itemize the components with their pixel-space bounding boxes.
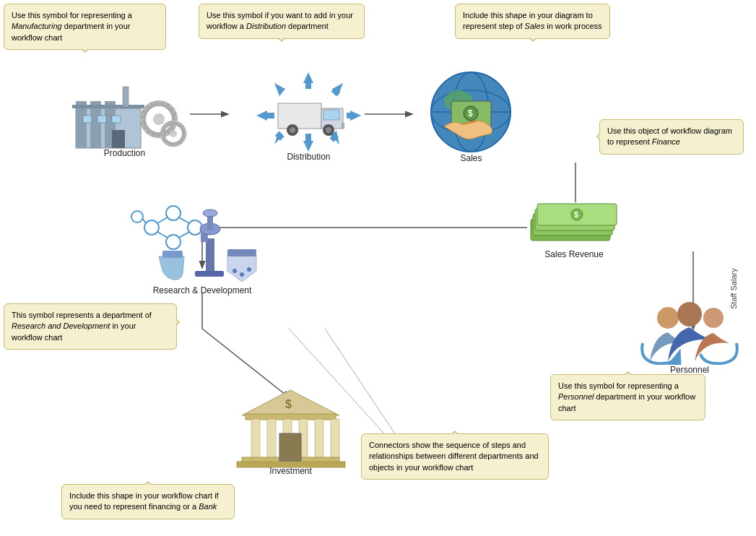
svg-rect-31	[347, 113, 355, 118]
svg-rect-19	[123, 87, 129, 107]
svg-rect-41	[278, 103, 321, 129]
sales-label: Sales	[408, 153, 534, 163]
tooltip-investment-text: Include this shape in your workflow char…	[69, 491, 219, 511]
svg-rect-91	[267, 419, 276, 459]
sales-revenue-label: Sales Revenue	[523, 249, 625, 259]
svg-point-87	[703, 308, 724, 328]
sales-icon: $ Sales	[408, 65, 534, 163]
svg-point-65	[166, 206, 181, 220]
investment-icon: $ Investment	[224, 383, 357, 476]
tooltip-research-text: This symbol represents a department of R…	[12, 311, 152, 342]
personnel-icon: Personnel	[635, 300, 744, 375]
svg-text:$: $	[285, 398, 292, 410]
svg-point-66	[166, 235, 181, 249]
svg-rect-18	[112, 130, 125, 148]
svg-rect-15	[83, 116, 92, 123]
svg-marker-34	[303, 141, 313, 152]
svg-marker-26	[303, 72, 313, 83]
tooltip-manufacturing: Use this symbol for representing a Manuf…	[4, 4, 166, 50]
svg-marker-38	[256, 111, 267, 121]
svg-rect-27	[305, 82, 311, 89]
svg-rect-16	[97, 116, 106, 123]
svg-rect-94	[315, 419, 323, 459]
svg-point-64	[144, 220, 159, 235]
research-icon: Research & Development	[116, 199, 289, 295]
svg-point-82	[233, 269, 237, 273]
svg-line-68	[157, 217, 168, 223]
production-label: Production	[61, 148, 188, 158]
research-label: Research & Development	[116, 285, 289, 295]
svg-point-45	[290, 127, 295, 133]
svg-rect-95	[331, 419, 339, 459]
investment-label: Investment	[224, 466, 357, 476]
svg-text:$: $	[574, 210, 578, 219]
distribution-icon: Distribution	[246, 69, 372, 162]
tooltip-connectors-text: Connectors show the sequence of steps an…	[369, 441, 539, 472]
svg-rect-90	[251, 419, 260, 459]
svg-line-73	[143, 219, 146, 223]
svg-line-71	[179, 232, 189, 238]
svg-line-69	[157, 232, 168, 238]
svg-point-21	[153, 113, 165, 125]
tooltip-sales: Include this shape in your diagram to re…	[455, 4, 610, 39]
tooltip-finance: Use this object of workflow diagram to r…	[599, 119, 744, 155]
svg-text:$: $	[468, 108, 473, 118]
svg-rect-39	[266, 113, 274, 118]
tooltip-manufacturing-text: Use this symbol for representing a Manuf…	[12, 11, 132, 42]
svg-point-72	[131, 211, 143, 222]
svg-rect-74	[206, 238, 214, 275]
distribution-label: Distribution	[246, 152, 372, 162]
svg-point-47	[326, 127, 331, 133]
svg-rect-43	[323, 110, 339, 120]
svg-line-70	[179, 217, 189, 223]
svg-rect-17	[112, 116, 121, 123]
svg-point-79	[203, 209, 217, 217]
tooltip-sales-text: Include this shape in your diagram to re…	[463, 11, 602, 30]
tooltip-connectors: Connectors show the sequence of steps an…	[361, 433, 549, 480]
tooltip-distribution: Use this symbol if you want to add in yo…	[199, 4, 365, 39]
svg-rect-75	[195, 271, 224, 277]
tooltip-investment: Include this shape in your workflow char…	[61, 484, 235, 519]
svg-marker-40	[274, 83, 285, 96]
svg-rect-80	[162, 251, 183, 258]
svg-rect-35	[305, 134, 311, 142]
tooltip-personnel-text: Use this symbol for representing a Perso…	[558, 381, 695, 412]
svg-point-85	[657, 307, 679, 329]
tooltip-finance-text: Use this object of workflow diagram to r…	[607, 126, 732, 146]
production-icon: Production	[61, 65, 188, 158]
tooltip-personnel: Use this symbol for representing a Perso…	[550, 374, 705, 420]
staff-salary-label: Staff Salary	[729, 260, 738, 318]
personnel-label: Personnel	[635, 365, 744, 375]
svg-rect-48	[342, 123, 344, 129]
svg-marker-14	[72, 105, 144, 108]
tooltip-distribution-text: Use this symbol if you want to add in yo…	[207, 11, 353, 30]
svg-rect-99	[279, 433, 301, 461]
svg-point-86	[677, 302, 702, 327]
svg-rect-81	[227, 249, 256, 256]
sales-revenue-icon: $ Sales Revenue	[523, 194, 625, 259]
svg-point-83	[240, 272, 244, 277]
svg-point-84	[247, 267, 251, 272]
tooltip-research: This symbol represents a department of R…	[4, 303, 177, 350]
